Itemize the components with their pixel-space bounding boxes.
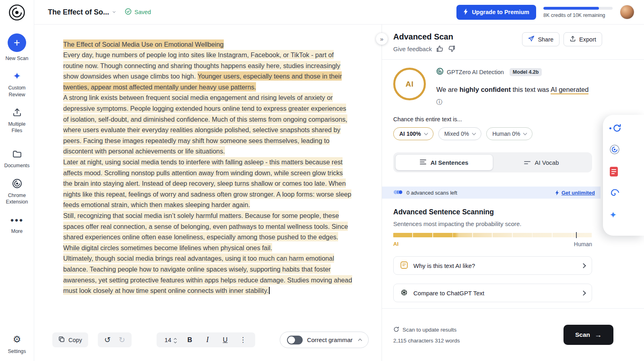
ai-human-scale (393, 233, 592, 237)
chevron-right-icon (581, 290, 586, 296)
pill-ai[interactable]: AI 100% (393, 127, 433, 140)
feedback-row: Give feedback (393, 45, 455, 52)
more-formatting-button[interactable]: ⋮ (234, 332, 252, 347)
sidebar-item-settings[interactable]: ⚙ Settings (0, 334, 34, 355)
ai-generated-highlight: AI generated (551, 86, 589, 94)
chatgpt-icon (400, 288, 408, 298)
document-title-menu[interactable]: The Effect of So... (48, 8, 115, 17)
underline-button[interactable]: U (217, 332, 234, 347)
undo-redo-group: ↺ ↻ (98, 332, 132, 347)
extension-spiral-icon[interactable] (609, 189, 620, 199)
document-text[interactable]: The Effect of Social Media Use on Emotio… (34, 25, 382, 296)
thumbs-down-icon[interactable] (448, 45, 455, 52)
doc-paragraph: Ultimately, though social media brings r… (63, 253, 353, 296)
pill-human[interactable]: Human 0% (486, 127, 533, 140)
correct-grammar-control: Correct grammar (280, 332, 369, 348)
extension-pdf-icon[interactable] (609, 166, 618, 177)
grammar-label: Correct grammar (307, 336, 353, 343)
bold-button[interactable]: B (181, 332, 199, 347)
gptzero-logo[interactable] (8, 4, 26, 23)
collapse-grammar-icon[interactable] (358, 338, 362, 342)
credits-text: 8K credits of 10K remaining (543, 12, 613, 18)
chevron-down-icon (424, 131, 428, 135)
sidebar-item-chrome-extension[interactable]: Chrome Extension (0, 178, 34, 205)
upgrade-premium-button[interactable]: Upgrade to Premium (456, 5, 536, 20)
font-size-stepper[interactable]: 14 (160, 336, 181, 343)
saved-label: Saved (134, 9, 151, 15)
scan-update-label: Scan to update results (402, 327, 456, 333)
thumbs-up-icon[interactable] (436, 45, 444, 52)
sidebar-item-multiple-files[interactable]: Multiple Files (0, 107, 34, 134)
collapse-panel-button[interactable]: » (376, 33, 388, 45)
sparkle-icon: ✦ (13, 71, 21, 81)
ellipsis-icon: ●●● (10, 214, 23, 225)
copy-button[interactable]: Copy (52, 332, 88, 347)
undo-button[interactable]: ↺ (100, 332, 115, 347)
ai-score-label: AI (406, 80, 414, 89)
sidebar-item-more[interactable]: ●●● More (0, 214, 34, 234)
why-ai-label: Why is this text AI like? (413, 262, 475, 269)
tab-ai-vocab[interactable]: AI Vocab (493, 154, 590, 170)
bolt-icon (555, 190, 559, 195)
redo-button[interactable]: ↻ (115, 332, 129, 347)
sidebar-item-label: New Scan (6, 55, 29, 62)
refresh-icon (393, 326, 399, 334)
sidebar-item-new-scan[interactable]: + New Scan (0, 33, 34, 62)
scale-human-label: Human (574, 241, 592, 247)
document-editor: The Effect of Social Media Use on Emotio… (34, 25, 382, 361)
bolt-icon (463, 8, 468, 16)
pill-mixed[interactable]: Mixed 0% (438, 127, 481, 140)
notification-dot (609, 127, 611, 129)
avatar[interactable] (620, 5, 634, 19)
grammar-toggle[interactable] (287, 336, 303, 344)
copy-icon (58, 336, 65, 344)
doc-sentence[interactable]: Later at night, using social media tends… (63, 157, 351, 209)
italic-button[interactable]: I (199, 332, 217, 347)
sidebar-item-custom-review[interactable]: ✦ Custom Review (0, 71, 34, 98)
sidebar-item-label: Settings (8, 348, 26, 355)
share-icon (528, 35, 535, 43)
doc-sentence[interactable]: The Effect of Social Media Use on Emotio… (63, 39, 224, 49)
chevron-right-icon (581, 263, 586, 268)
doc-paragraph: A strong link exists between frequent so… (63, 92, 353, 157)
doc-sentence[interactable]: A strong link exists between frequent so… (63, 93, 347, 156)
stepper-down-icon[interactable] (174, 340, 177, 343)
verdict-text: We are highly confident this text was AI… (436, 86, 588, 93)
folder-icon (12, 149, 22, 159)
scan-button[interactable]: Scan → (564, 325, 613, 345)
scan-credits-icon (393, 189, 403, 196)
sidebar-item-label: Documents (4, 162, 29, 169)
ai-score-ring: AI (393, 68, 426, 100)
export-button[interactable]: Export (564, 32, 602, 46)
plus-icon: + (8, 33, 26, 52)
doc-sentence[interactable]: Still, recognizing that social media isn… (63, 211, 348, 252)
compare-chatgpt-card[interactable]: Compare to ChatGPT Text (393, 284, 592, 302)
scans-left-text: 0 advanced scans left (407, 190, 457, 196)
credits-progress-bar (543, 7, 613, 10)
saved-check-icon (125, 8, 132, 16)
arrow-right-icon: → (594, 331, 602, 338)
doc-paragraph: The Effect of Social Media Use on Emotio… (63, 39, 353, 50)
scale-ai-label: AI (393, 241, 398, 247)
extension-refresh-icon[interactable] (609, 124, 621, 133)
scale-labels: AI Human (393, 241, 592, 247)
credits-meter: 8K credits of 10K remaining (543, 6, 613, 18)
get-unlimited-link[interactable]: Get unlimited (555, 190, 595, 196)
tab-ai-sentences[interactable]: AI Sentences (395, 154, 493, 170)
share-button[interactable]: Share (522, 32, 559, 46)
sidebar-item-label: Multiple Files (3, 121, 31, 134)
extension-sparkle-icon[interactable]: ✦ (609, 211, 617, 220)
chevron-down-icon (472, 131, 476, 135)
analysis-tabs: AI Sentences AI Vocab (393, 152, 592, 172)
font-size-value: 14 (165, 336, 171, 343)
info-icon[interactable]: ⓘ (436, 98, 442, 106)
doc-paragraph: Still, recognizing that social media isn… (63, 210, 353, 253)
extension-checker-icon[interactable] (609, 144, 620, 155)
panel-title: Advanced Scan (393, 32, 455, 41)
doc-sentence[interactable]: Ultimately, though social media brings r… (63, 253, 352, 295)
scans-left-banner: 0 advanced scans left Get unlimited (382, 187, 601, 199)
why-ai-card[interactable]: Why is this text AI like? (393, 256, 592, 275)
document-stats: 2,115 characters 312 words (393, 338, 460, 344)
sidebar-item-documents[interactable]: Documents (0, 149, 34, 169)
detection-result: AI GPTZero AI Detection Model 4.2b (393, 68, 644, 106)
